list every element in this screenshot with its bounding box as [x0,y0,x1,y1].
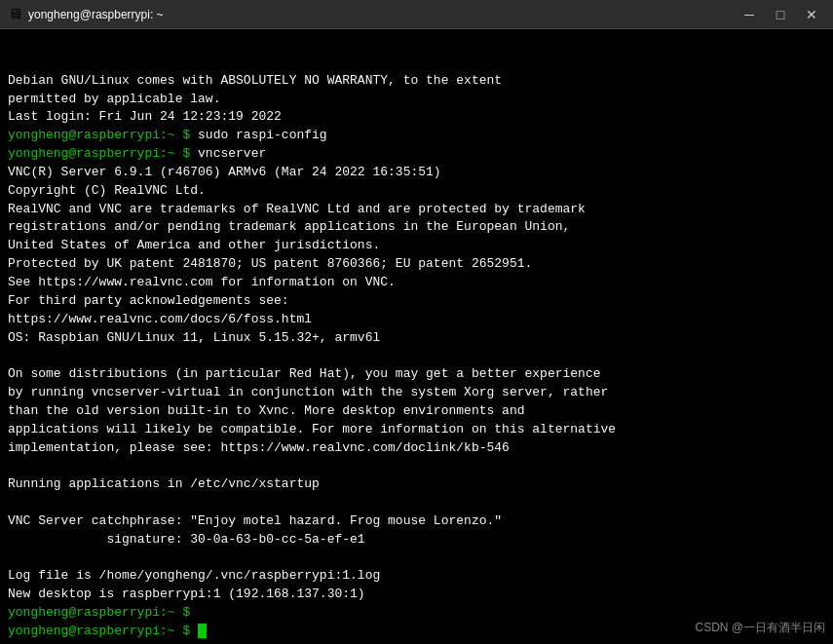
terminal-line: yongheng@raspberrypi:~ $ vncserver [8,145,825,164]
terminal-line: yongheng@raspberrypi:~ $ sudo raspi-conf… [8,127,825,145]
terminal-line: registrations and/or pending trademark a… [8,218,825,237]
terminal-line: implementation, please see: https://www.… [8,439,825,458]
terminal-area: Debian GNU/Linux comes with ABSOLUTELY N… [0,29,833,644]
terminal-line: applications will likely be compatible. … [8,421,825,439]
terminal-line: See https://www.realvnc.com for informat… [8,274,825,292]
close-button[interactable]: ✕ [798,4,825,25]
terminal-line: Debian GNU/Linux comes with ABSOLUTELY N… [8,72,825,91]
terminal-line: OS: Raspbian GNU/Linux 11, Linux 5.15.32… [8,329,825,348]
titlebar-left: 🖥 yongheng@raspberrypi: ~ [8,6,164,23]
terminal-line: permitted by applicable law. [8,91,825,109]
terminal-line: For third party acknowledgements see: [8,292,825,311]
terminal-icon: 🖥 [8,6,22,23]
titlebar: 🖥 yongheng@raspberrypi: ~ ─ □ ✕ [0,0,833,29]
watermark: CSDN @一日有酒半日闲 [695,620,825,636]
maximize-button[interactable]: □ [767,4,794,25]
terminal-line [8,549,825,568]
terminal-line [8,494,825,512]
terminal-line: by running vncserver-virtual in conjunct… [8,384,825,402]
terminal-line [8,347,825,365]
terminal-line: Protected by UK patent 2481870; US paten… [8,255,825,274]
terminal-line: VNC(R) Server 6.9.1 (r46706) ARMv6 (Mar … [8,164,825,182]
terminal-line: VNC Server catchphrase: "Enjoy motel haz… [8,512,825,531]
terminal-line: United States of America and other juris… [8,237,825,255]
terminal-line: Log file is /home/yongheng/.vnc/raspberr… [8,567,825,586]
terminal-line [8,457,825,475]
terminal-cursor [198,624,207,638]
minimize-button[interactable]: ─ [736,4,763,25]
terminal-line: New desktop is raspberrypi:1 (192.168.13… [8,586,825,604]
terminal-line: Running applications in /etc/vnc/xstartu… [8,475,825,494]
terminal-line: RealVNC and VNC are trademarks of RealVN… [8,201,825,219]
terminal-line: Copyright (C) RealVNC Ltd. [8,182,825,201]
titlebar-controls: ─ □ ✕ [736,4,825,25]
terminal-line: Last login: Fri Jun 24 12:23:19 2022 [8,108,825,127]
titlebar-title: yongheng@raspberrypi: ~ [28,8,164,21]
terminal-line: than the old version built-in to Xvnc. M… [8,402,825,421]
terminal-line: On some distributions (in particular Red… [8,365,825,384]
terminal-line: https://www.realvnc.com/docs/6/foss.html [8,311,825,329]
terminal-line: signature: 30-0a-63-b0-cc-5a-ef-e1 [8,531,825,549]
